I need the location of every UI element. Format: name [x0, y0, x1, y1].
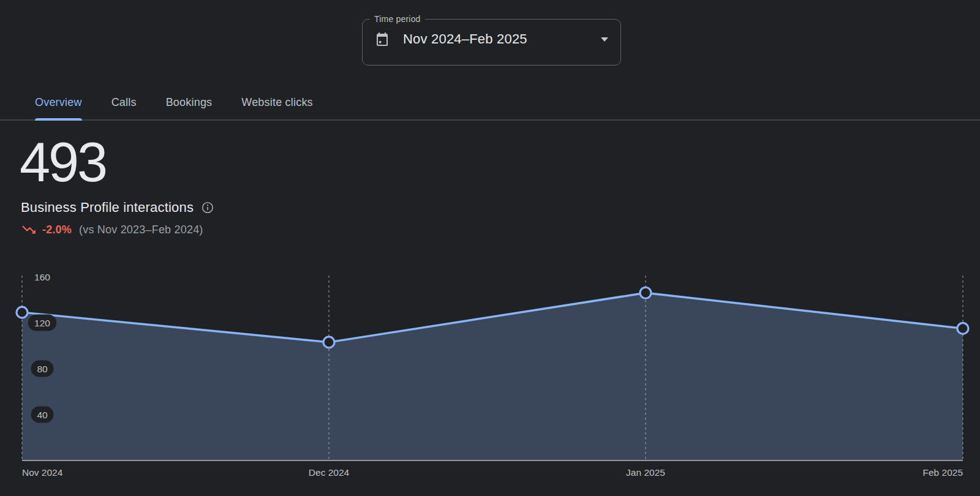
metric-total: 493 — [20, 135, 106, 190]
tab-label: Bookings — [166, 96, 213, 109]
tab-label: Calls — [111, 96, 137, 109]
time-period-selector[interactable]: Time period Nov 2024–Feb 2025 — [362, 14, 621, 66]
tab-calls[interactable]: Calls — [97, 86, 151, 119]
data-point[interactable] — [323, 337, 334, 348]
tab-label: Website clicks — [241, 96, 313, 109]
area-fill — [22, 293, 963, 460]
x-tick-label: Dec 2024 — [309, 467, 350, 478]
metric-label-row: Business Profile interactions — [21, 200, 214, 216]
y-tick-label: 40 — [37, 410, 48, 420]
interactions-chart: 4080120160Nov 2024Dec 2024Jan 2025Feb 20… — [0, 263, 980, 496]
info-icon[interactable] — [201, 201, 214, 214]
y-tick-label: 80 — [37, 364, 48, 374]
caret-down-icon — [601, 37, 608, 42]
calendar-icon — [375, 32, 390, 47]
time-period-row: Nov 2024–Feb 2025 — [375, 23, 608, 56]
time-period-label: Time period — [370, 14, 425, 24]
metric-comparison: (vs Nov 2023–Feb 2024) — [79, 224, 203, 236]
metric-delta: -2.0% — [42, 224, 72, 236]
x-tick-label: Nov 2024 — [22, 467, 63, 478]
metric-label: Business Profile interactions — [21, 200, 194, 216]
trending-down-icon — [21, 222, 37, 238]
time-period-value: Nov 2024–Feb 2025 — [403, 31, 527, 47]
data-point[interactable] — [957, 323, 968, 334]
data-point[interactable] — [17, 307, 28, 318]
metric-trend-row: -2.0% (vs Nov 2023–Feb 2024) — [21, 222, 203, 238]
tab-bookings[interactable]: Bookings — [151, 86, 227, 119]
tab-bar: Overview Calls Bookings Website clicks — [0, 86, 980, 121]
tab-overview[interactable]: Overview — [20, 86, 97, 119]
data-point[interactable] — [640, 287, 651, 298]
y-tick-label: 160 — [34, 272, 50, 282]
x-tick-label: Jan 2025 — [626, 467, 665, 478]
interactions-chart-svg: 4080120160Nov 2024Dec 2024Jan 2025Feb 20… — [0, 263, 980, 496]
tab-website-clicks[interactable]: Website clicks — [227, 86, 328, 119]
y-tick-label: 120 — [34, 318, 50, 328]
x-tick-label: Feb 2025 — [923, 467, 963, 478]
tab-label: Overview — [35, 96, 82, 109]
